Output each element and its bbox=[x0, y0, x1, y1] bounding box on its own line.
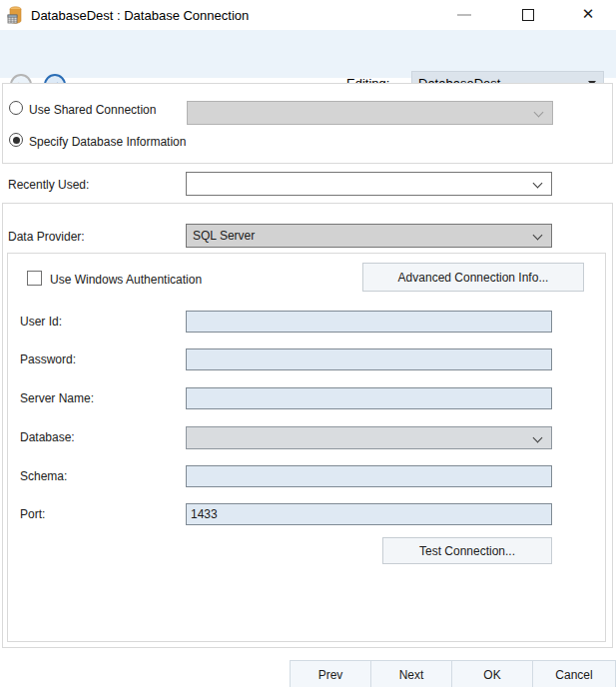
password-label: Password: bbox=[20, 352, 76, 366]
chevron-down-icon bbox=[533, 433, 543, 443]
prev-button[interactable]: Prev bbox=[290, 660, 371, 687]
radio-use-shared-connection-label: Use Shared Connection bbox=[29, 103, 156, 117]
shared-connection-dropdown bbox=[187, 101, 553, 125]
advanced-connection-info-button[interactable]: Advanced Connection Info... bbox=[362, 263, 584, 292]
maximize-icon[interactable] bbox=[522, 9, 534, 21]
server-name-label: Server Name: bbox=[20, 391, 94, 405]
navigation-toolbar: ← → Editing: DatabaseDest bbox=[0, 30, 616, 78]
chevron-down-icon bbox=[533, 179, 543, 189]
recently-used-label: Recently Used: bbox=[8, 178, 89, 192]
database-dropdown[interactable] bbox=[186, 426, 552, 449]
port-input[interactable] bbox=[186, 503, 552, 525]
database-label: Database: bbox=[20, 430, 75, 444]
window-title: DatabaseDest : Database Connection bbox=[31, 8, 249, 23]
title-bar: DatabaseDest : Database Connection ✕ bbox=[0, 0, 616, 30]
test-connection-button[interactable]: Test Connection... bbox=[382, 537, 552, 564]
data-provider-label: Data Provider: bbox=[8, 230, 85, 244]
use-windows-authentication-checkbox[interactable] bbox=[27, 271, 42, 286]
chevron-down-icon bbox=[533, 231, 543, 241]
chevron-down-icon bbox=[534, 108, 544, 118]
server-name-input[interactable] bbox=[186, 387, 552, 409]
close-icon[interactable]: ✕ bbox=[579, 5, 597, 23]
user-id-input[interactable] bbox=[186, 311, 552, 333]
data-provider-dropdown[interactable]: SQL Server bbox=[186, 224, 552, 248]
ok-button[interactable]: OK bbox=[451, 660, 533, 687]
port-label: Port: bbox=[20, 507, 45, 521]
database-table-icon bbox=[6, 6, 25, 24]
schema-label: Schema: bbox=[20, 469, 67, 483]
radio-specify-database-information[interactable] bbox=[9, 133, 23, 147]
password-input[interactable] bbox=[186, 348, 552, 370]
radio-use-shared-connection[interactable] bbox=[9, 101, 23, 115]
radio-specify-database-information-label: Specify Database Information bbox=[29, 135, 186, 149]
cancel-button[interactable]: Cancel bbox=[532, 660, 616, 687]
recently-used-dropdown[interactable] bbox=[186, 172, 552, 196]
data-provider-value: SQL Server bbox=[193, 229, 255, 243]
connection-mode-group: Use Shared Connection Specify Database I… bbox=[2, 83, 613, 164]
user-id-label: User Id: bbox=[20, 315, 62, 329]
next-button[interactable]: Next bbox=[370, 660, 452, 687]
use-windows-authentication-label: Use Windows Authentication bbox=[50, 273, 202, 287]
minimize-icon[interactable] bbox=[457, 14, 471, 16]
schema-input[interactable] bbox=[186, 465, 552, 487]
